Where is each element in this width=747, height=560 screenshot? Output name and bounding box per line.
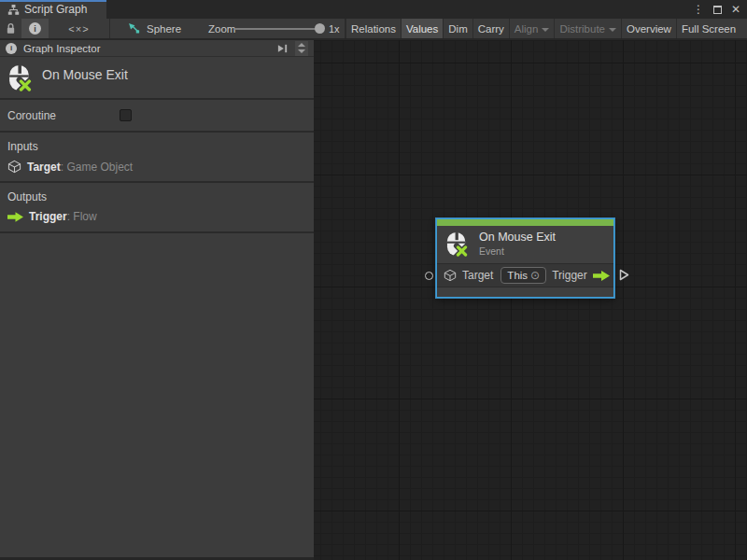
graph-owner-label: Sphere xyxy=(147,19,181,38)
dim-button[interactable]: Dim xyxy=(443,19,472,38)
panel-scroll-spinner[interactable] xyxy=(295,41,308,56)
info-icon: i xyxy=(6,43,17,54)
arrow-up-icon xyxy=(298,43,305,47)
script-graph-window: Script Graph ⋮ ✕ i <×> xyxy=(0,0,747,560)
tab-label: Script Graph xyxy=(24,3,87,16)
code-preview-button[interactable]: <×> xyxy=(49,19,109,38)
lock-icon xyxy=(6,22,16,35)
unit-title: On Mouse Exit xyxy=(42,67,128,82)
output-port-type: : Flow xyxy=(67,210,97,223)
input-port-name: Target xyxy=(27,161,61,174)
node-on-mouse-exit[interactable]: On Mouse Exit Event Target This ⊙ xyxy=(436,218,614,298)
graph-hierarchy-icon xyxy=(7,4,20,16)
trigger-port-label: Trigger xyxy=(552,269,587,282)
node-ports-row: Target This ⊙ Trigger xyxy=(437,264,613,287)
chevron-down-icon xyxy=(542,28,549,32)
node-footer xyxy=(437,287,613,297)
tab-bar: Script Graph ⋮ ✕ xyxy=(0,0,747,19)
input-port-type: : Game Object xyxy=(61,161,133,174)
window-controls: ⋮ ✕ xyxy=(691,0,747,19)
unit-summary: On Mouse Exit xyxy=(0,57,314,100)
carry-button[interactable]: Carry xyxy=(472,19,509,38)
toolbar-button-group: Relations Values Dim Carry Align Distrib… xyxy=(345,19,747,38)
lock-button[interactable] xyxy=(0,19,21,38)
zoom-label: Zoom xyxy=(208,19,235,38)
node-title: On Mouse Exit xyxy=(479,231,556,244)
overview-button[interactable]: Overview xyxy=(621,19,676,38)
flow-arrow-icon xyxy=(7,212,23,222)
inputs-section: Inputs Target: Game Object xyxy=(0,133,314,183)
graph-inspector-header: i Graph Inspector xyxy=(0,40,314,57)
arrow-down-icon xyxy=(298,49,305,53)
target-port-label: Target xyxy=(462,269,493,282)
active-tab-accent xyxy=(0,0,106,2)
zoom-value: 1x xyxy=(329,19,340,38)
on-mouse-exit-icon xyxy=(8,64,32,91)
align-dropdown[interactable]: Align xyxy=(509,19,555,38)
inspector-empty-area xyxy=(0,233,314,557)
close-icon[interactable]: ✕ xyxy=(728,1,743,18)
info-icon: i xyxy=(29,22,41,35)
event-accent-bar xyxy=(437,219,613,226)
graph-toolbar: i <×> Sphere Zoom 1x Relations Values Di… xyxy=(0,19,747,39)
coroutine-checkbox[interactable] xyxy=(120,109,132,121)
output-port-row: Trigger: Flow xyxy=(7,210,97,223)
node-subtitle: Event xyxy=(479,245,504,257)
more-menu-icon[interactable]: ⋮ xyxy=(691,1,706,18)
values-button[interactable]: Values xyxy=(401,19,443,38)
object-picker-icon: ⊙ xyxy=(530,270,540,281)
input-port-row: Target: Game Object xyxy=(7,160,133,174)
panel-title: Graph Inspector xyxy=(23,43,270,54)
game-object-cube-icon xyxy=(7,160,21,174)
script-graph-asset-icon xyxy=(127,21,141,35)
output-port-name: Trigger xyxy=(29,210,67,223)
game-object-cube-icon xyxy=(444,269,457,282)
node-output-connector[interactable] xyxy=(619,269,629,281)
node-input-connector[interactable] xyxy=(425,272,433,280)
zoom-slider-track[interactable] xyxy=(234,28,320,30)
target-object-picker[interactable]: This ⊙ xyxy=(500,267,546,284)
toolbar-separator xyxy=(109,19,110,38)
window-content: i Graph Inspector xyxy=(0,40,747,560)
graph-canvas[interactable]: On Mouse Exit Event Target This ⊙ xyxy=(314,40,747,560)
outputs-header: Outputs xyxy=(7,190,47,203)
zoom-slider-knob[interactable] xyxy=(315,23,325,34)
flow-arrow-icon xyxy=(593,271,610,281)
relations-button[interactable]: Relations xyxy=(345,19,401,38)
full-screen-button[interactable]: Full Screen xyxy=(676,19,740,38)
distribute-dropdown[interactable]: Distribute xyxy=(554,19,621,38)
outputs-section: Outputs Trigger: Flow xyxy=(0,183,314,233)
tab-script-graph[interactable]: Script Graph xyxy=(0,0,106,19)
chevron-down-icon xyxy=(609,28,616,32)
inspector-toggle-button[interactable]: i xyxy=(21,19,49,38)
coroutine-row: Coroutine xyxy=(0,100,314,133)
dock-panel-icon[interactable] xyxy=(276,43,289,54)
on-mouse-exit-icon xyxy=(446,231,468,257)
coroutine-label: Coroutine xyxy=(7,109,56,122)
inputs-header: Inputs xyxy=(7,140,38,153)
node-header[interactable]: On Mouse Exit Event xyxy=(437,226,613,263)
maximize-icon[interactable] xyxy=(710,1,725,18)
graph-inspector-panel: i Graph Inspector xyxy=(0,40,314,560)
